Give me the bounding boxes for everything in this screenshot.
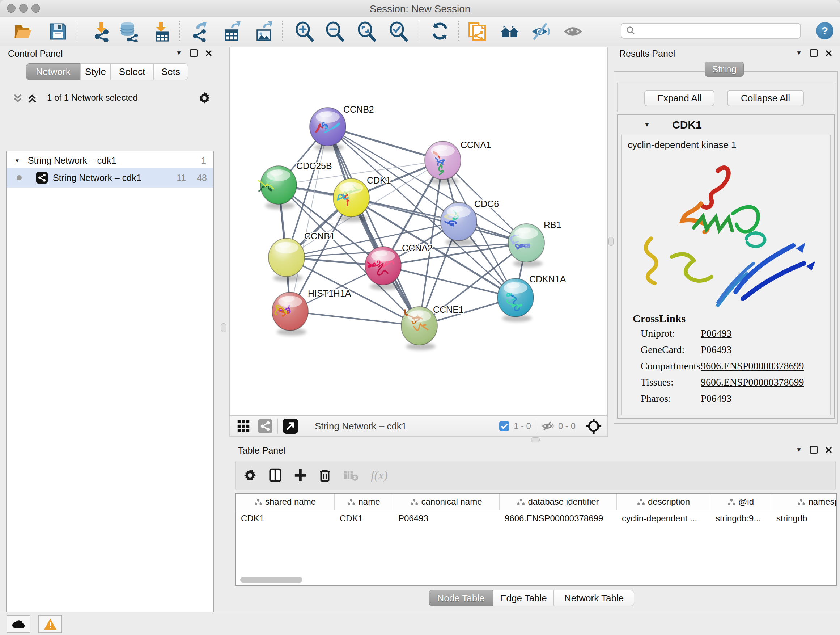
- save-session-icon[interactable]: [48, 22, 68, 41]
- expand-all-chevron-icon[interactable]: [27, 93, 38, 104]
- show-columns-icon[interactable]: [269, 468, 282, 483]
- crosslink-genecard-link[interactable]: P06493: [701, 344, 732, 356]
- crosslinks-title: CrossLinks: [633, 312, 685, 325]
- tab-network-table[interactable]: Network Table: [554, 590, 634, 606]
- svg-text:CDC25B: CDC25B: [296, 161, 332, 171]
- tab-edge-table[interactable]: Edge Table: [493, 590, 554, 606]
- table-cell[interactable]: stringdb:9...: [711, 510, 771, 527]
- export-image-icon[interactable]: [254, 22, 274, 41]
- control-panel: Control Panel ▼ Network Style Select Set…: [0, 46, 218, 610]
- network-node-CDK1[interactable]: [333, 179, 369, 222]
- network-collection-row[interactable]: ▼ String Network – cdk1 1: [6, 153, 213, 168]
- table-cell[interactable]: cyclin-dependent ...: [617, 510, 711, 527]
- tab-string[interactable]: String: [705, 62, 744, 77]
- column-header-database-identifier[interactable]: database identifier: [500, 494, 617, 510]
- zoom-fit-icon[interactable]: [357, 22, 377, 41]
- export-network-icon[interactable]: [189, 22, 210, 41]
- network-node-CDKN1A[interactable]: [497, 279, 534, 322]
- status-bar: Memory: [0, 612, 840, 635]
- open-session-icon[interactable]: [13, 22, 33, 41]
- float-panel-icon[interactable]: [810, 446, 818, 454]
- hidden-node-edge-count: 0 - 0: [558, 421, 576, 431]
- toolbar-separator: [418, 21, 419, 41]
- column-header-namespace[interactable]: namespace: [771, 494, 837, 510]
- gene-disclosure-icon[interactable]: ▼: [644, 122, 650, 128]
- clone-network-icon[interactable]: [467, 22, 487, 41]
- collection-label: String Network – cdk1: [28, 155, 117, 166]
- left-splitter-handle[interactable]: [221, 323, 226, 332]
- table-cell[interactable]: 9606.ENSP00000378699: [500, 510, 617, 527]
- table-cell[interactable]: P06493: [393, 510, 500, 527]
- selected-checkbox-icon[interactable]: [499, 421, 509, 431]
- network-node-HIST1H1A[interactable]: [272, 292, 308, 336]
- column-header-shared-name[interactable]: shared name: [236, 494, 335, 510]
- function-builder-icon: f(x): [371, 469, 388, 482]
- collapse-panel-icon[interactable]: ▼: [176, 50, 182, 56]
- network-node-CCNA1[interactable]: [425, 141, 461, 185]
- create-column-plus-icon[interactable]: [294, 469, 306, 482]
- delete-column-trash-icon[interactable]: [319, 468, 331, 483]
- float-panel-icon[interactable]: [810, 49, 818, 57]
- refresh-icon[interactable]: [430, 22, 450, 41]
- home-neighbors-icon[interactable]: [500, 22, 520, 41]
- string-share-icon[interactable]: [258, 419, 272, 433]
- expand-all-button[interactable]: Expand All: [644, 90, 714, 106]
- collection-disclosure-icon[interactable]: ▼: [14, 158, 20, 163]
- crosslink-uniprot-link[interactable]: P06493: [701, 328, 732, 339]
- column-header-@id[interactable]: @id: [711, 494, 771, 510]
- show-all-eye-icon[interactable]: [564, 22, 584, 41]
- network-node-CCNB1[interactable]: [268, 238, 305, 282]
- network-node-CCNB2[interactable]: [309, 108, 346, 151]
- tab-node-table[interactable]: Node Table: [429, 590, 493, 606]
- export-table-icon[interactable]: [222, 22, 242, 41]
- network-canvas[interactable]: CCNB2CCNA1CDC25BCDK1CDC6RB1CCNB1CCNA2CDK…: [229, 47, 608, 416]
- tab-select[interactable]: Select: [111, 63, 153, 80]
- table-cell[interactable]: stringdb: [771, 510, 837, 527]
- collapse-panel-icon[interactable]: ▼: [796, 447, 802, 453]
- collapse-panel-icon[interactable]: ▼: [796, 50, 802, 56]
- collapse-all-chevron-icon[interactable]: [12, 93, 23, 104]
- close-panel-icon[interactable]: [826, 50, 832, 57]
- tab-sets[interactable]: Sets: [153, 63, 188, 80]
- column-header-description[interactable]: description: [617, 494, 711, 510]
- detach-view-icon[interactable]: [283, 418, 298, 434]
- close-panel-icon[interactable]: [205, 50, 212, 57]
- table-header-row: shared namenamecanonical namedatabase id…: [236, 494, 836, 510]
- warnings-button[interactable]: [38, 615, 62, 633]
- network-node-RB1[interactable]: [508, 224, 545, 267]
- import-network-file-icon[interactable]: [91, 22, 111, 41]
- network-node-CCNE1[interactable]: [401, 307, 437, 350]
- cloud-button[interactable]: [6, 615, 30, 633]
- crosslink-tissues-link[interactable]: 9606.ENSP00000378699: [701, 377, 804, 388]
- close-panel-icon[interactable]: [826, 447, 832, 453]
- import-network-database-icon[interactable]: [118, 22, 139, 41]
- table-horizontal-scrollbar[interactable]: [240, 577, 302, 583]
- column-header-canonical-name[interactable]: canonical name: [393, 494, 500, 510]
- fit-crosshair-icon[interactable]: [586, 418, 602, 434]
- import-table-file-icon[interactable]: [152, 22, 172, 41]
- network-row-selected[interactable]: String Network – cdk1 11 48: [6, 168, 213, 187]
- crosslink-row: Uniprot:: [641, 328, 675, 339]
- collapse-all-button[interactable]: Collapse All: [727, 90, 804, 106]
- horizontal-splitter-handle[interactable]: [531, 437, 540, 442]
- help-button[interactable]: ?: [816, 22, 834, 40]
- table-cell[interactable]: CDK1: [236, 510, 335, 527]
- tab-network[interactable]: Network: [26, 63, 80, 80]
- crosslink-compartments-link[interactable]: 9606.ENSP00000378699: [701, 360, 804, 372]
- table-row[interactable]: CDK1CDK1P064939606.ENSP00000378699cyclin…: [236, 510, 836, 527]
- hide-selected-eye-slash-icon[interactable]: [531, 22, 551, 41]
- birdseye-grid-icon[interactable]: [237, 420, 250, 432]
- float-panel-icon[interactable]: [190, 49, 197, 57]
- network-options-gear-icon[interactable]: [198, 92, 210, 104]
- zoom-out-icon[interactable]: [325, 22, 345, 41]
- zoom-in-icon[interactable]: [294, 22, 315, 41]
- table-options-gear-icon[interactable]: [243, 469, 256, 482]
- zoom-selected-icon[interactable]: [388, 22, 409, 41]
- search-bar[interactable]: [621, 23, 801, 39]
- table-cell[interactable]: CDK1: [335, 510, 393, 527]
- column-header-name[interactable]: name: [335, 494, 393, 510]
- tab-style[interactable]: Style: [80, 63, 111, 80]
- crosslink-pharos-link[interactable]: P06493: [701, 393, 732, 404]
- search-input[interactable]: [636, 25, 793, 36]
- network-node-CDC25B[interactable]: [258, 166, 297, 209]
